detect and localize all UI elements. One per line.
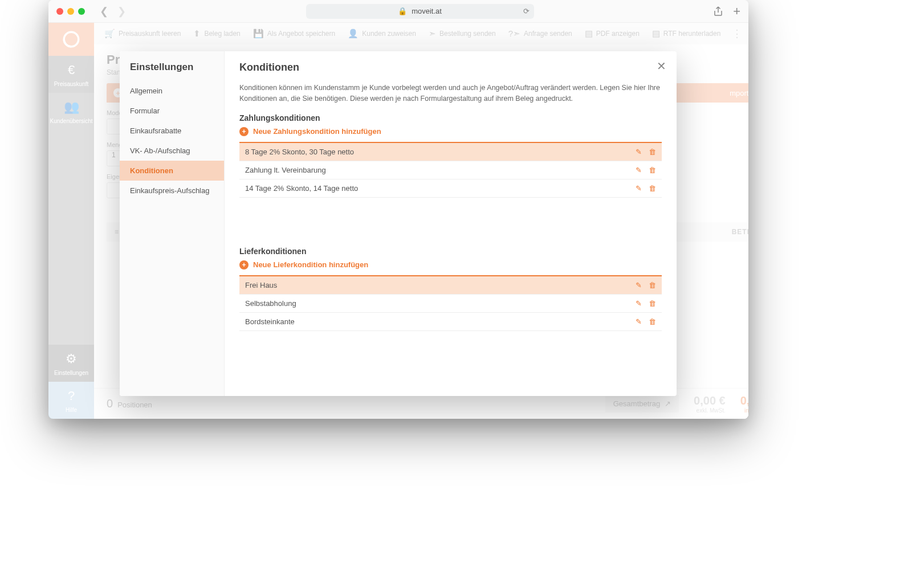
payment-condition-row[interactable]: 8 Tage 2% Skonto, 30 Tage netto ✎🗑 — [239, 143, 662, 161]
modal-nav-purchase-surcharge[interactable]: Einkaufspreis-Aufschlag — [120, 181, 224, 201]
refresh-icon[interactable]: ⟳ — [523, 7, 530, 15]
payment-condition-text: 14 Tage 2% Skonto, 14 Tage netto — [245, 184, 358, 193]
payment-conditions-list: 8 Tage 2% Skonto, 30 Tage netto ✎🗑 Zahlu… — [239, 142, 662, 198]
add-payment-condition-button[interactable]: + Neue Zahlungskondition hinzufügen — [239, 127, 662, 136]
minimize-window-button[interactable] — [67, 8, 74, 15]
forward-button[interactable]: ❯ — [117, 5, 126, 18]
url-host: moveit.at — [412, 7, 442, 15]
modal-intro: Konditionen können im Kundenstamm je Kun… — [239, 83, 662, 104]
edit-icon[interactable]: ✎ — [636, 281, 642, 289]
payment-condition-text: 8 Tage 2% Skonto, 30 Tage netto — [245, 148, 354, 156]
add-delivery-condition-button[interactable]: + Neue Lieferkondition hinzufügen — [239, 260, 662, 270]
delete-icon[interactable]: 🗑 — [649, 184, 656, 193]
delivery-conditions-list: Frei Haus ✎🗑 Selbstabholung ✎🗑 Bordstein… — [239, 275, 662, 331]
edit-icon[interactable]: ✎ — [636, 317, 642, 326]
share-icon[interactable] — [714, 6, 723, 17]
edit-icon[interactable]: ✎ — [636, 166, 642, 174]
edit-icon[interactable]: ✎ — [636, 299, 642, 308]
new-tab-button[interactable]: + — [733, 4, 740, 19]
delivery-conditions-title: Lieferkonditionen — [239, 247, 662, 256]
delivery-condition-row[interactable]: Bordsteinkante ✎🗑 — [239, 313, 662, 331]
modal-nav-conditions[interactable]: Konditionen — [120, 161, 224, 181]
delete-icon[interactable]: 🗑 — [649, 317, 656, 326]
address-bar[interactable]: 🔒 moveit.at ⟳ — [306, 4, 534, 19]
payment-condition-row[interactable]: 14 Tage 2% Skonto, 14 Tage netto ✎🗑 — [239, 179, 662, 198]
browser-chrome: ❮ ❯ 🔒 moveit.at ⟳ + — [48, 0, 748, 23]
plus-icon: + — [239, 127, 249, 136]
delete-icon[interactable]: 🗑 — [649, 281, 656, 289]
edit-icon[interactable]: ✎ — [636, 184, 642, 193]
modal-sidebar: Einstellungen Allgemein Formular Einkauf… — [120, 51, 225, 396]
modal-sidebar-title: Einstellungen — [120, 62, 224, 81]
edit-icon[interactable]: ✎ — [636, 148, 642, 156]
modal-nav-purchase-discounts[interactable]: Einkaufsrabatte — [120, 121, 224, 141]
payment-condition-row[interactable]: Zahlung lt. Vereinbarung ✎🗑 — [239, 161, 662, 179]
modal-nav-form[interactable]: Formular — [120, 101, 224, 121]
modal-close-button[interactable]: ✕ — [657, 59, 666, 73]
delete-icon[interactable]: 🗑 — [649, 166, 656, 174]
payment-conditions-title: Zahlungskonditionen — [239, 113, 662, 122]
delivery-condition-row[interactable]: Selbstabholung ✎🗑 — [239, 295, 662, 313]
delivery-condition-text: Selbstabholung — [245, 299, 296, 308]
lock-icon: 🔒 — [398, 7, 407, 15]
delete-icon[interactable]: 🗑 — [649, 299, 656, 308]
app-root: € Preisauskunft 👥 Kundenübersicht ⚙ Eins… — [48, 23, 748, 419]
plus-icon: + — [239, 260, 249, 270]
delivery-condition-text: Frei Haus — [245, 281, 277, 289]
settings-modal: Einstellungen Allgemein Formular Einkauf… — [120, 51, 677, 396]
modal-nav-general[interactable]: Allgemein — [120, 81, 224, 101]
delivery-condition-row[interactable]: Frei Haus ✎🗑 — [239, 276, 662, 295]
delivery-condition-text: Bordsteinkante — [245, 317, 295, 326]
back-button[interactable]: ❮ — [100, 5, 108, 18]
modal-nav-vk[interactable]: VK- Ab-/Aufschlag — [120, 141, 224, 161]
modal-body: ✕ Konditionen Konditionen können im Kund… — [225, 51, 677, 396]
delete-icon[interactable]: 🗑 — [649, 148, 656, 156]
close-window-button[interactable] — [56, 8, 63, 15]
browser-window: ❮ ❯ 🔒 moveit.at ⟳ + € Preisauskunft — [48, 0, 748, 419]
payment-condition-text: Zahlung lt. Vereinbarung — [245, 166, 326, 174]
modal-title: Konditionen — [239, 62, 662, 74]
maximize-window-button[interactable] — [78, 8, 85, 15]
window-traffic-lights — [56, 8, 85, 15]
